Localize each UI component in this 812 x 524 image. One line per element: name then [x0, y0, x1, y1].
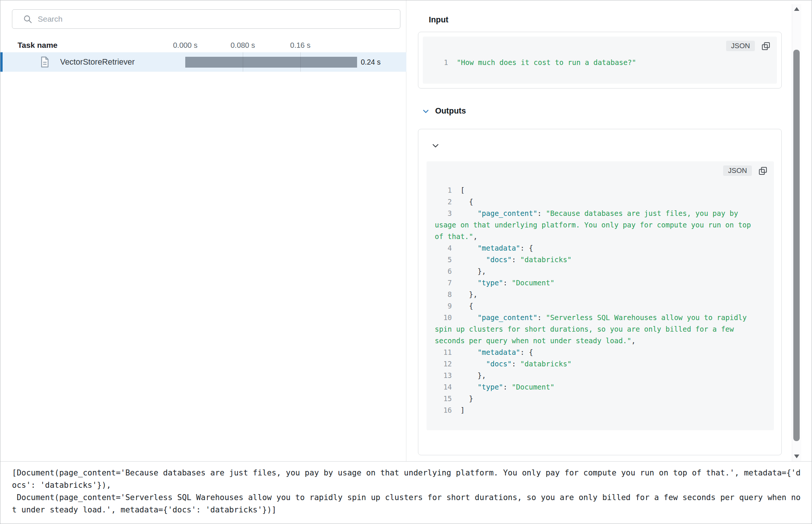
search-input[interactable]: [38, 15, 400, 24]
input-card: JSON 1 "How much does it cost to run a d…: [418, 32, 782, 89]
task-timeline-panel: Task name 0.000 s 0.080 s 0.16 s VectorS…: [0, 0, 406, 461]
outputs-collapse-chevron-icon[interactable]: [422, 107, 430, 115]
scrollbar-up-arrow[interactable]: [794, 7, 799, 11]
trace-view: Task name 0.000 s 0.080 s 0.16 s VectorS…: [0, 0, 812, 524]
timeline-gridline: [243, 52, 243, 72]
copy-icon[interactable]: [758, 166, 768, 176]
json-format-badge[interactable]: JSON: [723, 165, 752, 176]
output-item-collapse-chevron-icon[interactable]: [431, 141, 440, 150]
task-name-column-header: Task name: [18, 41, 58, 50]
time-tick-1: 0.080 s: [230, 41, 255, 50]
raw-output-text: [Document(page_content='Because database…: [12, 467, 803, 516]
scrollbar-down-arrow[interactable]: [794, 455, 799, 458]
input-code-surface: JSON 1 "How much does it cost to run a d…: [423, 37, 777, 84]
input-code-toolbar: JSON: [423, 37, 777, 55]
document-icon: [40, 56, 50, 69]
time-tick-2: 0.16 s: [290, 41, 310, 50]
search-box[interactable]: [12, 9, 400, 29]
search-icon: [23, 14, 32, 24]
task-duration-bar[interactable]: [185, 57, 357, 68]
input-section-title: Input: [429, 15, 449, 25]
outputs-code-block: 1 [ 2 { 3 "page_content": "Because datab…: [427, 180, 774, 416]
outputs-section-header: Outputs: [422, 106, 466, 116]
outputs-code-toolbar: JSON: [427, 161, 774, 180]
timeline-gridline: [300, 52, 301, 72]
vertical-scrollbar[interactable]: [792, 4, 801, 461]
task-duration-label: 0.24 s: [361, 58, 381, 66]
time-tick-0: 0.000 s: [173, 41, 198, 50]
raw-output-panel: [Document(page_content='Because database…: [0, 461, 812, 524]
outputs-section-title: Outputs: [435, 106, 466, 116]
task-row[interactable]: VectorStoreRetriever 0.24 s: [0, 52, 406, 72]
outputs-card: JSON 1 [ 2 { 3 "page_content": "Because …: [418, 129, 782, 455]
scrollbar-thumb[interactable]: [793, 50, 800, 441]
json-format-badge[interactable]: JSON: [726, 41, 755, 51]
outputs-code-surface: JSON 1 [ 2 { 3 "page_content": "Because …: [427, 161, 774, 430]
copy-icon[interactable]: [761, 41, 771, 51]
task-name-label: VectorStoreRetriever: [60, 58, 135, 67]
input-code-block: 1 "How much does it cost to run a databa…: [423, 55, 777, 72]
